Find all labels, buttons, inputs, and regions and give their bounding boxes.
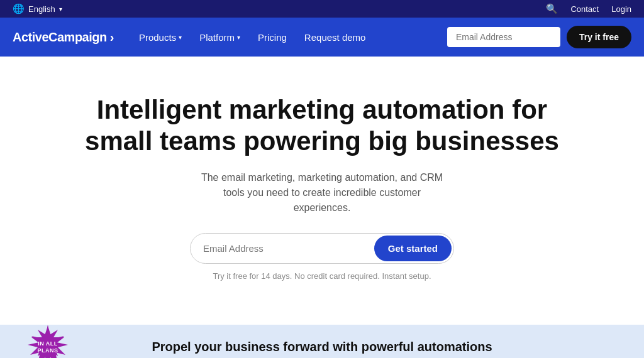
nav-request-demo[interactable]: Request demo (304, 32, 366, 43)
hero-subtitle: The email marketing, marketing automatio… (196, 170, 448, 215)
language-selector[interactable]: 🌐 English ▾ (13, 3, 62, 14)
in-all-plans-badge: IN ALL PLANS (25, 325, 70, 358)
login-link[interactable]: Login (611, 4, 631, 14)
nav-pricing[interactable]: Pricing (258, 32, 287, 43)
get-started-button[interactable]: Get started (374, 236, 452, 261)
products-caret: ▾ (179, 34, 182, 41)
banner-title: Propel your business forward with powerf… (152, 340, 492, 354)
nav-platform[interactable]: Platform ▾ (199, 32, 240, 43)
hero-section: Intelligent marketing automation for sma… (0, 57, 644, 306)
try-free-button[interactable]: Try it free (567, 26, 631, 48)
hero-note: Try it free for 14 days. No credit card … (13, 271, 631, 281)
search-icon[interactable]: 🔍 (546, 3, 558, 14)
globe-icon: 🌐 (13, 3, 25, 14)
hero-email-input[interactable] (191, 236, 372, 261)
nav-email-input[interactable] (447, 27, 560, 47)
badge-text-container: IN ALL PLANS (25, 325, 70, 358)
language-caret: ▾ (59, 6, 62, 13)
top-bar: 🌐 English ▾ 🔍 Contact Login (0, 0, 644, 18)
platform-caret: ▾ (237, 34, 240, 41)
logo[interactable]: ActiveCampaign › (13, 30, 114, 45)
hero-title: Intelligent marketing automation for sma… (77, 94, 567, 158)
nav-cta: Try it free (447, 26, 631, 48)
contact-link[interactable]: Contact (570, 4, 599, 14)
badge-line2: PLANS (37, 347, 58, 354)
banner-section: IN ALL PLANS Propel your business forwar… (0, 325, 644, 358)
language-label: English (28, 4, 55, 14)
main-nav: ActiveCampaign › Products ▾ Platform ▾ P… (0, 18, 644, 57)
badge-star-shape: IN ALL PLANS (25, 325, 70, 358)
hero-form: Get started (190, 233, 454, 264)
nav-links: Products ▾ Platform ▾ Pricing Request de… (139, 32, 447, 43)
nav-products[interactable]: Products ▾ (139, 32, 182, 43)
top-bar-right: 🔍 Contact Login (546, 3, 631, 14)
badge-line1: IN ALL (38, 340, 58, 347)
